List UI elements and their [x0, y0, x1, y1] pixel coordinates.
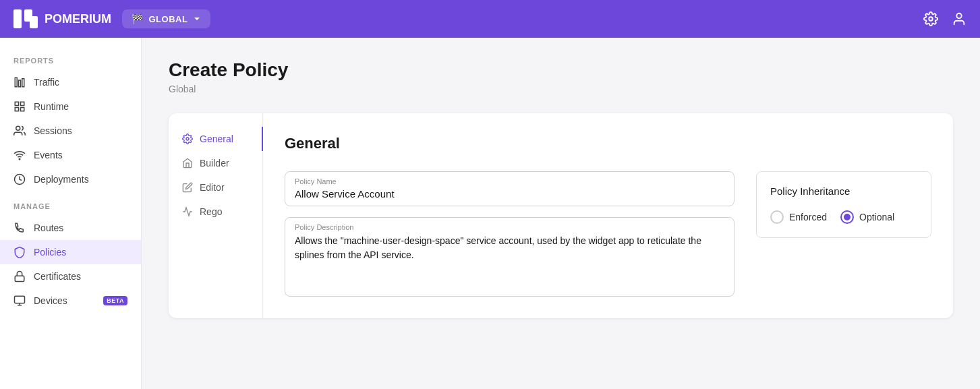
svg-point-3 [929, 17, 933, 21]
tab-builder[interactable]: Builder [169, 151, 262, 175]
sidebar-item-label: Routes [34, 222, 63, 233]
svg-rect-6 [19, 80, 21, 87]
deployments-icon [13, 173, 26, 185]
sidebar-item-policies[interactable]: Policies [0, 240, 141, 264]
settings-icon [182, 133, 193, 144]
wifi-icon [13, 149, 26, 161]
radio-optional-circle [840, 210, 854, 224]
radio-enforced-circle [770, 210, 784, 224]
tab-editor[interactable]: Editor [169, 175, 262, 200]
svg-point-13 [19, 158, 20, 160]
monitor-icon [13, 295, 26, 307]
sidebar-item-devices[interactable]: Devices BETA [0, 289, 141, 313]
radio-enforced-label: Enforced [789, 212, 827, 222]
sidebar-item-label: Deployments [34, 174, 89, 185]
sidebar-item-deployments[interactable]: Deployments [0, 167, 141, 191]
main-layout: REPORTS Traffic Runtime Sessions Events … [0, 38, 980, 389]
sidebar-item-label: Sessions [34, 125, 72, 136]
tab-label: Editor [200, 182, 225, 193]
policies-icon [13, 246, 26, 258]
page-title: Create Policy [169, 59, 953, 81]
page-subtitle: Global [169, 84, 953, 94]
reports-section-label: REPORTS [0, 57, 141, 70]
svg-point-4 [956, 13, 961, 18]
sidebar-item-certificates[interactable]: Certificates [0, 264, 141, 289]
svg-rect-9 [21, 102, 24, 105]
logo-text: POMERIUM [45, 12, 111, 26]
user-icon[interactable] [952, 11, 967, 26]
routes-icon [13, 222, 26, 234]
radio-optional[interactable]: Optional [840, 210, 894, 224]
svg-rect-11 [21, 108, 24, 111]
form-section-title: General [285, 135, 931, 152]
form-row: Policy Name Policy Description Allows th… [285, 171, 931, 297]
policy-name-label: Policy Name [295, 177, 724, 185]
tab-label: General [200, 133, 233, 144]
main-content: Create Policy Global General Builder Edi… [142, 38, 980, 389]
policy-name-field: Policy Name [285, 171, 734, 206]
svg-point-19 [186, 138, 189, 140]
global-selector[interactable]: 🏁 GLOBAL [122, 9, 210, 28]
manage-section-label: MANAGE [0, 202, 141, 216]
topnav-right [923, 11, 967, 26]
svg-rect-5 [15, 78, 17, 87]
radio-enforced[interactable]: Enforced [770, 210, 827, 224]
grid-icon [13, 100, 26, 113]
edit-icon [182, 182, 193, 193]
svg-rect-2 [30, 16, 38, 28]
svg-rect-15 [15, 276, 24, 281]
inheritance-title: Policy Inheritance [770, 185, 917, 197]
sidebar-item-label: Events [34, 150, 63, 160]
sidebar-item-runtime[interactable]: Runtime [0, 94, 141, 119]
flag-icon: 🏁 [132, 13, 144, 24]
policy-description-input[interactable]: Allows the "machine-user-design-space" s… [295, 234, 724, 288]
form-panel: General Policy Name Policy Description A… [263, 113, 953, 318]
sidebar-item-label: Policies [34, 247, 66, 258]
policy-name-input[interactable] [295, 188, 724, 200]
svg-rect-7 [22, 79, 24, 87]
tab-general[interactable]: General [169, 127, 262, 151]
svg-rect-0 [13, 9, 22, 28]
sidebar-item-label: Traffic [34, 77, 59, 88]
policy-description-field: Policy Description Allows the "machine-u… [285, 217, 734, 297]
svg-rect-8 [15, 102, 18, 105]
radio-group: Enforced Optional [770, 210, 917, 224]
tab-label: Builder [200, 158, 229, 169]
sidebar: REPORTS Traffic Runtime Sessions Events … [0, 38, 142, 389]
home-icon [182, 158, 193, 169]
svg-point-12 [16, 126, 20, 130]
top-navigation: POMERIUM 🏁 GLOBAL [0, 0, 980, 38]
tab-label: Rego [200, 206, 222, 217]
tab-rego[interactable]: Rego [169, 200, 262, 224]
logo-icon [13, 9, 38, 28]
beta-badge: BETA [103, 296, 127, 305]
sidebar-item-sessions[interactable]: Sessions [0, 119, 141, 143]
svg-rect-16 [15, 296, 25, 303]
gear-icon[interactable] [923, 11, 938, 26]
activity-icon [182, 206, 193, 217]
policy-inheritance-panel: Policy Inheritance Enforced Optional [756, 171, 931, 238]
logo: POMERIUM [13, 9, 111, 28]
sidebar-item-label: Certificates [34, 271, 81, 282]
lock-icon [13, 270, 26, 282]
sidebar-item-traffic[interactable]: Traffic [0, 70, 141, 94]
topnav-left: POMERIUM 🏁 GLOBAL [13, 9, 210, 28]
svg-rect-10 [15, 108, 18, 111]
policy-description-label: Policy Description [295, 223, 724, 231]
bar-chart-icon [13, 76, 26, 88]
radio-optional-label: Optional [859, 212, 894, 222]
sidebar-item-label: Runtime [34, 101, 69, 112]
sidebar-item-events[interactable]: Events [0, 143, 141, 167]
global-label: GLOBAL [149, 14, 188, 24]
tabs-panel: General Builder Editor Rego [169, 113, 263, 318]
sidebar-item-routes[interactable]: Routes [0, 216, 141, 240]
chevron-down-icon [193, 15, 201, 23]
users-icon [13, 125, 26, 137]
input-group: Policy Name Policy Description Allows th… [285, 171, 734, 297]
content-card: General Builder Editor Rego General [169, 113, 953, 318]
sidebar-item-label: Devices [34, 295, 67, 306]
